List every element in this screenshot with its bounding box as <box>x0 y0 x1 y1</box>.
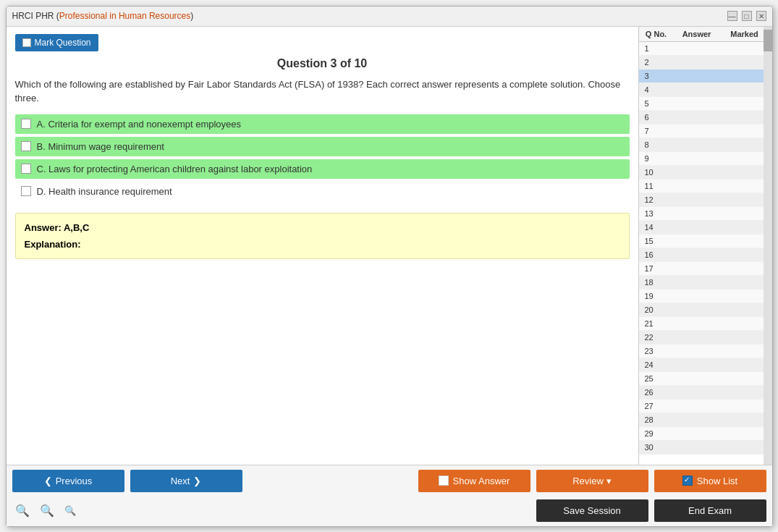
save-session-button[interactable]: Save Session <box>536 499 648 522</box>
table-row[interactable]: 1 <box>639 42 764 56</box>
show-answer-icon <box>439 476 449 486</box>
answer-display: Answer: A,B,C <box>25 222 620 233</box>
maximize-button[interactable]: □ <box>742 11 752 21</box>
answer-text-c: C. Laws for protecting American children… <box>37 164 313 174</box>
answer-option-d[interactable]: D. Health insurance requirement <box>15 182 630 201</box>
table-row[interactable]: 22 <box>639 331 764 345</box>
table-row[interactable]: 11 <box>639 180 764 193</box>
table-row[interactable]: 27 <box>639 400 764 413</box>
explanation-label: Explanation: <box>25 239 620 250</box>
close-button[interactable]: ✕ <box>756 11 766 21</box>
table-row[interactable]: 17 <box>639 262 764 276</box>
table-row[interactable]: 23 <box>639 345 764 358</box>
show-answer-button[interactable]: Show Answer <box>418 470 530 492</box>
q-number: 25 <box>639 374 668 383</box>
table-row[interactable]: 5 <box>639 97 764 111</box>
answer-option-b[interactable]: B. Minimum wage requirement <box>15 137 630 156</box>
next-button[interactable]: Next ❯ <box>130 470 242 492</box>
toolbar: Mark Question <box>15 34 630 51</box>
q-number: 9 <box>639 154 668 163</box>
q-number: 3 <box>639 72 668 80</box>
scrollbar-thumb[interactable] <box>764 30 772 51</box>
end-exam-button[interactable]: End Exam <box>654 499 766 522</box>
end-exam-label: End Exam <box>688 505 732 516</box>
table-row[interactable]: 9 <box>639 152 764 166</box>
q-number: 13 <box>639 209 668 218</box>
table-row[interactable]: 24 <box>639 358 764 372</box>
answer-checkbox-a[interactable] <box>21 119 31 129</box>
answer-text-b: B. Minimum wage requirement <box>37 141 164 152</box>
q-number: 17 <box>639 264 668 273</box>
mark-checkbox-icon <box>22 38 31 47</box>
table-row[interactable]: 15 <box>639 235 764 248</box>
q-number: 26 <box>639 388 668 397</box>
mark-question-button[interactable]: Mark Question <box>15 34 98 51</box>
explanation-box: Answer: A,B,C Explanation: <box>15 213 630 259</box>
previous-button[interactable]: ❮ Previous <box>12 470 124 492</box>
q-number: 8 <box>639 140 668 149</box>
zoom-controls: 🔍 🔍 🔍 <box>12 502 79 519</box>
table-row[interactable]: 18 <box>639 276 764 290</box>
table-row[interactable]: 21 <box>639 317 764 331</box>
show-list-button[interactable]: Show List <box>654 470 766 492</box>
q-number: 21 <box>639 319 668 328</box>
q-number: 5 <box>639 99 668 108</box>
q-number: 12 <box>639 195 668 204</box>
main-content: Mark Question Question 3 of 10 Which of … <box>7 27 772 465</box>
q-number: 22 <box>639 333 668 342</box>
q-number: 7 <box>639 127 668 135</box>
zoom-out-button[interactable]: 🔍 <box>62 504 79 518</box>
q-number: 6 <box>639 113 668 122</box>
table-row[interactable]: 2 <box>639 56 764 69</box>
next-arrow-icon: ❯ <box>193 476 201 486</box>
q-number: 4 <box>639 85 668 94</box>
q-number: 30 <box>639 443 668 452</box>
review-label: Review <box>572 476 604 486</box>
title-bar: HRCI PHR (Professional in Human Resource… <box>7 7 772 27</box>
zoom-in-button[interactable]: 🔍 <box>12 502 33 519</box>
answer-option-a[interactable]: A. Criteria for exempt and nonexempt emp… <box>15 114 630 134</box>
q-number: 11 <box>639 182 668 190</box>
zoom-reset-button[interactable]: 🔍 <box>37 502 57 519</box>
previous-arrow-icon: ❮ <box>44 476 52 486</box>
table-row[interactable]: 29 <box>639 427 764 441</box>
table-row[interactable]: 16 <box>639 248 764 262</box>
review-button[interactable]: Review ▾ <box>536 470 648 492</box>
table-row[interactable]: 26 <box>639 386 764 400</box>
answer-checkbox-c[interactable] <box>21 164 31 174</box>
table-row[interactable]: 13 <box>639 207 764 221</box>
table-row[interactable]: 19 <box>639 290 764 303</box>
show-answer-label: Show Answer <box>453 476 510 486</box>
answer-checkbox-b[interactable] <box>21 141 31 151</box>
table-row[interactable]: 28 <box>639 413 764 427</box>
table-row[interactable]: 4 <box>639 83 764 97</box>
question-list-body[interactable]: 1 2 3 4 5 6 7 8 <box>639 42 764 465</box>
scrollbar-track[interactable] <box>764 27 772 465</box>
mark-question-label: Mark Question <box>35 38 91 48</box>
table-row[interactable]: 3 <box>639 69 764 83</box>
q-number: 18 <box>639 278 668 287</box>
q-number: 15 <box>639 237 668 245</box>
review-arrow-icon: ▾ <box>606 476 612 486</box>
table-row[interactable]: 10 <box>639 166 764 180</box>
table-row[interactable]: 20 <box>639 303 764 317</box>
q-number: 10 <box>639 168 668 177</box>
table-row[interactable]: 25 <box>639 372 764 386</box>
minimize-button[interactable]: — <box>727 11 737 21</box>
answers-list: A. Criteria for exempt and nonexempt emp… <box>15 114 630 201</box>
window-controls: — □ ✕ <box>727 11 766 21</box>
question-text: Which of the following are established b… <box>15 77 630 106</box>
q-number: 1 <box>639 44 668 53</box>
table-row[interactable]: 7 <box>639 124 764 138</box>
nav-row1: ❮ Previous Next ❯ Show Answer Review ▾ S… <box>7 465 772 497</box>
table-row[interactable]: 12 <box>639 193 764 207</box>
answer-text-a: A. Criteria for exempt and nonexempt emp… <box>37 119 242 130</box>
table-row[interactable]: 14 <box>639 221 764 235</box>
table-row[interactable]: 8 <box>639 138 764 152</box>
question-list: Q No. Answer Marked 1 2 3 4 <box>639 27 764 465</box>
answer-checkbox-d[interactable] <box>21 186 31 196</box>
header-answer: Answer <box>668 30 726 38</box>
table-row[interactable]: 30 <box>639 441 764 455</box>
table-row[interactable]: 6 <box>639 111 764 124</box>
answer-option-c[interactable]: C. Laws for protecting American children… <box>15 159 630 179</box>
